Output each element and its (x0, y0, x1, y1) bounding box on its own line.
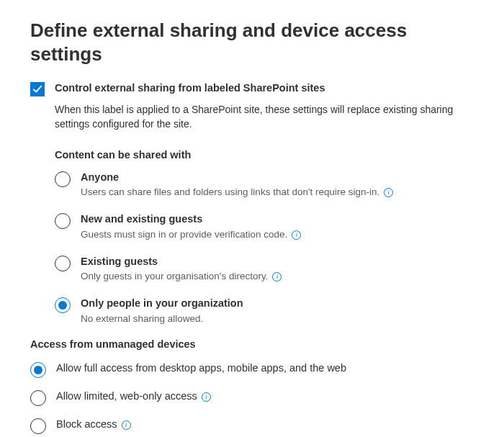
radio-icon (55, 171, 71, 187)
share-option-desc: Users can share files and folders using … (81, 186, 474, 199)
page-title: Define external sharing and device acces… (30, 19, 474, 66)
radio-icon (55, 256, 71, 271)
device-option-limited-access[interactable]: Allow limited, web-only access i (30, 389, 474, 406)
share-option-desc: Only guests in your organisation's direc… (81, 270, 474, 284)
checkmark-icon (30, 82, 45, 96)
info-icon[interactable]: i (122, 420, 131, 430)
share-option-new-existing-guests[interactable]: New and existing guests Guests must sign… (55, 212, 474, 241)
radio-icon (30, 362, 46, 378)
share-section-heading: Content can be shared with (55, 149, 474, 161)
device-section-heading: Access from unmanaged devices (30, 338, 474, 350)
share-option-label: Anyone (81, 171, 474, 185)
control-external-sharing-description: When this label is applied to a SharePoi… (55, 102, 474, 132)
share-option-desc: Guests must sign in or provide verificat… (81, 228, 474, 242)
device-option-label: Allow limited, web-only access i (56, 389, 474, 404)
share-option-org-only[interactable]: Only people in your organization No exte… (55, 297, 474, 325)
device-option-full-access[interactable]: Allow full access from desktop apps, mob… (30, 361, 474, 378)
settings-panel: Define external sharing and device acces… (0, 0, 504, 437)
radio-icon (55, 213, 71, 229)
info-icon[interactable]: i (272, 272, 282, 281)
share-option-anyone[interactable]: Anyone Users can share files and folders… (55, 171, 474, 199)
control-external-sharing-label: Control external sharing from labeled Sh… (55, 81, 325, 95)
share-option-label: Only people in your organization (81, 297, 474, 311)
radio-icon (55, 297, 71, 313)
radio-icon (30, 390, 46, 406)
device-option-block-access[interactable]: Block access i (30, 418, 474, 434)
info-icon[interactable]: i (292, 230, 301, 240)
info-icon[interactable]: i (202, 392, 211, 402)
device-option-label: Block access i (56, 418, 474, 432)
share-option-existing-guests[interactable]: Existing guests Only guests in your orga… (55, 255, 474, 284)
radio-icon (30, 418, 46, 434)
device-option-label: Allow full access from desktop apps, mob… (56, 361, 474, 376)
share-option-label: Existing guests (81, 255, 474, 269)
share-option-desc: No external sharing allowed. (81, 312, 474, 326)
control-external-sharing-checkbox[interactable]: Control external sharing from labeled Sh… (30, 81, 474, 96)
share-option-label: New and existing guests (81, 212, 474, 227)
info-icon[interactable]: i (384, 188, 393, 197)
